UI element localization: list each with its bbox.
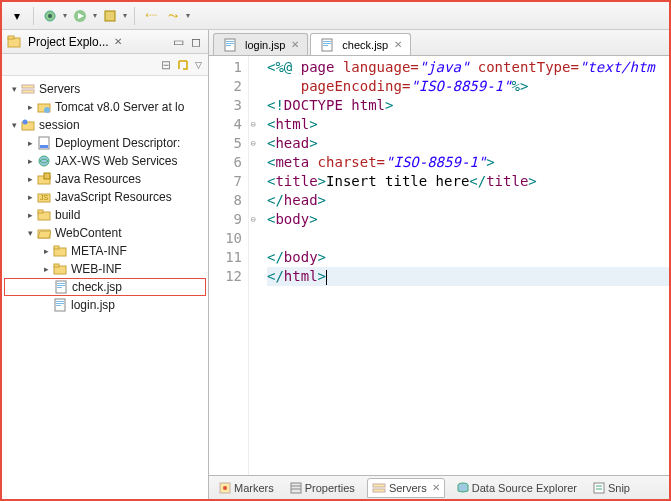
close-icon[interactable]: ✕ [394, 39, 402, 50]
tree-item-javascript-resources[interactable]: ▸JSJavaScript Resources [4, 188, 206, 206]
view-menu-icon[interactable]: ▽ [195, 60, 202, 70]
collapse-all-icon[interactable]: ⊟ [161, 58, 171, 72]
bottom-tab-markers[interactable]: Markers [215, 480, 278, 496]
code-line[interactable]: <html> [267, 115, 669, 134]
bottom-tab-data-source-explorer[interactable]: Data Source Explorer [453, 480, 581, 496]
tree-item-label: WebContent [55, 226, 122, 240]
expand-arrow-icon[interactable]: ▸ [24, 210, 36, 220]
code-line[interactable]: <%@ page language="java" contentType="te… [267, 58, 669, 77]
chevron-down-icon[interactable]: ▾ [63, 11, 67, 20]
tree-item-login-jsp[interactable]: login.jsp [4, 296, 206, 314]
expand-arrow-icon[interactable]: ▾ [8, 84, 20, 94]
folder-open-icon [36, 225, 52, 241]
svg-rect-35 [56, 305, 61, 306]
expand-arrow-icon[interactable]: ▸ [24, 156, 36, 166]
markers-icon [219, 482, 231, 494]
tree-item-tomcat-v8-0-server-at-lo[interactable]: ▸Tomcat v8.0 Server at lo [4, 98, 206, 116]
tree-item-web-inf[interactable]: ▸WEB-INF [4, 260, 206, 278]
editor-area: login.jsp✕check.jsp✕ 123456789101112 <%@… [209, 30, 669, 499]
svg-rect-41 [323, 41, 331, 42]
java-icon [36, 171, 52, 187]
svg-rect-30 [57, 285, 65, 286]
line-number: 11 [209, 248, 242, 267]
close-icon[interactable]: ✕ [432, 482, 440, 493]
code-line[interactable]: <title>Insert title here</title> [267, 172, 669, 191]
run-icon[interactable] [71, 7, 89, 25]
expand-arrow-icon[interactable]: ▸ [40, 264, 52, 274]
expand-arrow-icon[interactable]: ▾ [8, 120, 20, 130]
tree-item-label: build [55, 208, 80, 222]
code-editor[interactable]: 123456789101112 <%@ page language="java"… [209, 56, 669, 475]
bottom-tab-properties[interactable]: Properties [286, 480, 359, 496]
code-line[interactable]: </html> [267, 267, 669, 286]
code-line[interactable]: <body> [267, 210, 669, 229]
tree-item-session[interactable]: ▾session [4, 116, 206, 134]
svg-rect-8 [22, 90, 34, 93]
expand-arrow-icon[interactable]: ▸ [24, 102, 36, 112]
line-number: 5 [209, 134, 242, 153]
link-editor-icon[interactable] [177, 59, 189, 71]
nav-fwd-icon[interactable]: ⤳ [164, 7, 182, 25]
tree-item-webcontent[interactable]: ▾WebContent [4, 224, 206, 242]
project-explorer-icon [6, 34, 22, 50]
line-number: 2 [209, 77, 242, 96]
project-explorer-panel: Project Explo... ✕ ▭ ◻ ⊟ ▽ ▾Servers▸Tomc… [2, 30, 209, 499]
tree-item-meta-inf[interactable]: ▸META-INF [4, 242, 206, 260]
tree-item-label: Deployment Descriptor: [55, 136, 180, 150]
tree-item-label: session [39, 118, 80, 132]
tool-icon[interactable] [101, 7, 119, 25]
code-line[interactable]: </body> [267, 248, 669, 267]
project-icon [20, 117, 36, 133]
svg-rect-39 [226, 45, 231, 46]
minimize-icon[interactable]: ▭ [170, 34, 186, 50]
svg-rect-46 [291, 483, 301, 493]
main-toolbar: ▾ ▾ ▾ ▾ ⬸ ⤳ ▾ [2, 2, 669, 30]
close-icon[interactable]: ✕ [114, 36, 122, 47]
svg-rect-43 [323, 45, 328, 46]
line-number: 4 [209, 115, 242, 134]
chevron-down-icon[interactable]: ▾ [123, 11, 127, 20]
expand-arrow-icon[interactable]: ▸ [24, 192, 36, 202]
tree-item-label: Servers [39, 82, 80, 96]
code-line[interactable]: </head> [267, 191, 669, 210]
project-tree[interactable]: ▾Servers▸Tomcat v8.0 Server at lo▾sessio… [2, 76, 208, 499]
code-line[interactable] [267, 229, 669, 248]
svg-point-45 [223, 486, 227, 490]
servers-icon [20, 81, 36, 97]
ws-icon [36, 153, 52, 169]
tree-item-servers[interactable]: ▾Servers [4, 80, 206, 98]
svg-rect-37 [226, 41, 234, 42]
svg-rect-49 [373, 484, 385, 487]
debug-icon[interactable] [41, 7, 59, 25]
expand-arrow-icon[interactable]: ▸ [24, 174, 36, 184]
expand-arrow-icon[interactable]: ▾ [24, 228, 36, 238]
svg-point-1 [48, 14, 52, 18]
tree-item-jax-ws-web-services[interactable]: ▸JAX-WS Web Services [4, 152, 206, 170]
chevron-down-icon[interactable]: ▾ [186, 11, 190, 20]
code-lines[interactable]: <%@ page language="java" contentType="te… [249, 56, 669, 475]
bottom-tab-snip[interactable]: Snip [589, 480, 634, 496]
folder-server-icon [36, 99, 52, 115]
panel-header: Project Explo... ✕ ▭ ◻ [2, 30, 208, 54]
dropdown-icon[interactable]: ▾ [8, 7, 26, 25]
chevron-down-icon[interactable]: ▾ [93, 11, 97, 20]
editor-tab-login-jsp[interactable]: login.jsp✕ [213, 33, 308, 55]
svg-rect-33 [56, 301, 64, 302]
tree-item-check-jsp[interactable]: check.jsp [4, 278, 206, 296]
code-line[interactable]: pageEncoding="ISO-8859-1"%> [267, 77, 669, 96]
tree-item-java-resources[interactable]: ▸Java Resources [4, 170, 206, 188]
editor-tab-check-jsp[interactable]: check.jsp✕ [310, 33, 411, 55]
code-line[interactable]: <meta charset="ISO-8859-1"> [267, 153, 669, 172]
maximize-icon[interactable]: ◻ [188, 34, 204, 50]
code-line[interactable]: <head> [267, 134, 669, 153]
code-line[interactable]: <!DOCTYPE html> [267, 96, 669, 115]
expand-arrow-icon[interactable]: ▸ [24, 138, 36, 148]
expand-arrow-icon[interactable]: ▸ [40, 246, 52, 256]
line-number: 12 [209, 267, 242, 286]
tree-item-deployment-descriptor-[interactable]: ▸Deployment Descriptor: [4, 134, 206, 152]
bottom-tab-label: Properties [305, 482, 355, 494]
close-icon[interactable]: ✕ [291, 39, 299, 50]
bottom-tab-servers[interactable]: Servers✕ [367, 478, 445, 498]
nav-back-icon[interactable]: ⬸ [142, 7, 160, 25]
tree-item-build[interactable]: ▸build [4, 206, 206, 224]
